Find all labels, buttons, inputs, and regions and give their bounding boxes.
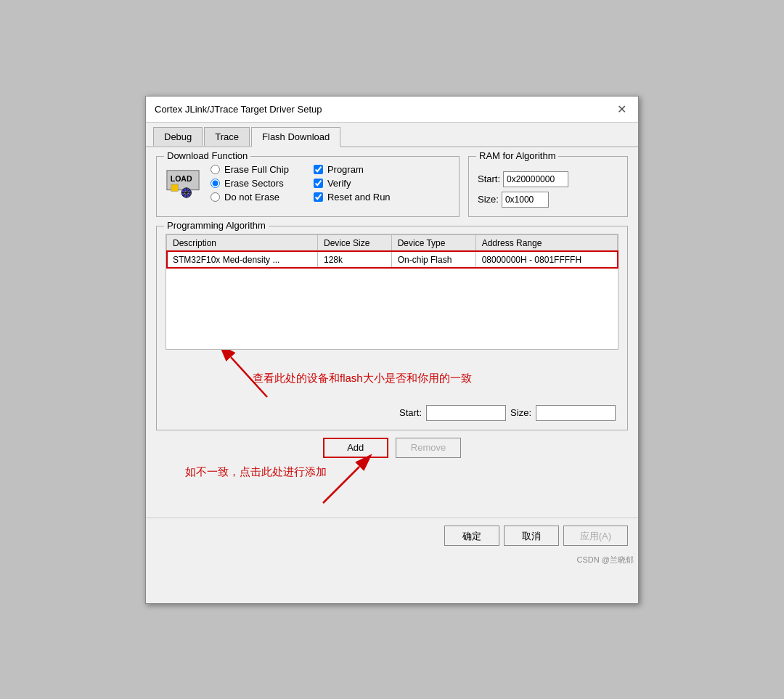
annotation-text-1: 查看此处的设备和flash大小是否和你用的一致 — [253, 372, 472, 385]
start-label: Start: — [478, 173, 500, 184]
algo-bottom: Start: Size: — [166, 405, 618, 421]
erase-full-chip-radio[interactable] — [211, 165, 220, 174]
algo-table-header: Description Device Size Device Type Addr… — [167, 234, 618, 251]
apply-button[interactable]: 应用(A) — [563, 526, 628, 546]
program-checkbox-label[interactable]: Program — [314, 164, 391, 175]
program-checkbox[interactable] — [314, 165, 323, 174]
annotation-1-area: 查看此处的设备和flash大小是否和你用的一致 — [166, 350, 618, 401]
load-svg-icon: LOAD — [166, 168, 200, 200]
main-content: Download Function LOAD — [146, 147, 638, 518]
cancel-button[interactable]: 取消 — [504, 526, 559, 546]
reset-and-run-checkbox-label[interactable]: Reset and Run — [314, 192, 391, 203]
erase-options: Erase Full Chip Erase Sectors Do not Era… — [211, 164, 289, 203]
svg-line-12 — [323, 467, 359, 503]
annotation-arrow-2 — [301, 445, 388, 510]
cell-description: STM32F10x Med-density ... — [167, 251, 318, 268]
erase-sectors-radio[interactable] — [211, 179, 220, 188]
algo-size-input[interactable] — [536, 405, 616, 421]
size-label: Size: — [478, 194, 499, 205]
action-checkboxes: Program Verify Reset and Run — [314, 164, 391, 203]
tab-flash-download[interactable]: Flash Download — [251, 127, 340, 147]
add-remove-area: Add Remove 如不一致，点击此处进行添加 — [156, 438, 628, 509]
download-function-group: Download Function LOAD — [156, 156, 460, 217]
download-function-inner: LOAD — [166, 164, 450, 203]
programming-algorithm-group: Programming Algorithm Description Device… — [156, 226, 628, 430]
annotation-2-area: 如不一致，点击此处进行添加 — [156, 465, 628, 509]
cell-device-type: On-chip Flash — [391, 251, 475, 268]
ram-fields: Start: Size: — [478, 171, 618, 208]
erase-sectors-option[interactable]: Erase Sectors — [211, 178, 289, 189]
start-input[interactable] — [503, 171, 568, 187]
tab-trace[interactable]: Trace — [204, 127, 250, 146]
col-description: Description — [167, 234, 318, 251]
tab-bar: Debug Trace Flash Download — [146, 123, 638, 147]
col-device-type: Device Type — [391, 234, 475, 251]
svg-rect-2 — [171, 184, 179, 192]
title-bar: Cortex JLink/JTrace Target Driver Setup … — [146, 97, 638, 123]
close-button[interactable]: ✕ — [614, 102, 629, 116]
algo-size-label: Size: — [510, 407, 531, 418]
algo-table: Description Device Size Device Type Addr… — [166, 234, 618, 269]
col-address-range: Address Range — [475, 234, 617, 251]
table-row[interactable]: STM32F10x Med-density ... 128k On-chip F… — [167, 251, 618, 268]
start-field-group: Start: — [478, 171, 568, 187]
size-input[interactable] — [502, 192, 549, 208]
algo-start-label: Start: — [399, 407, 422, 418]
window-title: Cortex JLink/JTrace Target Driver Setup — [155, 104, 322, 115]
verify-checkbox-label[interactable]: Verify — [314, 178, 391, 189]
algo-list-area: Description Device Size Device Type Addr… — [166, 234, 618, 350]
prog-algo-label: Programming Algorithm — [164, 220, 269, 231]
erase-full-chip-option[interactable]: Erase Full Chip — [211, 164, 289, 175]
bottom-row: 确定 取消 应用(A) — [146, 518, 638, 553]
main-window: Cortex JLink/JTrace Target Driver Setup … — [145, 96, 639, 604]
cell-address-range: 08000000H - 0801FFFFH — [475, 251, 617, 268]
load-icon: LOAD — [166, 167, 200, 202]
cell-device-size: 128k — [317, 251, 391, 268]
do-not-erase-option[interactable]: Do not Erase — [211, 192, 289, 203]
button-row: Add Remove — [156, 438, 628, 458]
watermark: CSDN @兰晓郁 — [146, 553, 638, 567]
ram-algorithm-group: RAM for Algorithm Start: Size: — [468, 156, 628, 217]
do-not-erase-radio[interactable] — [211, 192, 220, 202]
ok-button[interactable]: 确定 — [444, 526, 499, 546]
ram-algorithm-label: RAM for Algorithm — [476, 150, 558, 161]
tab-debug[interactable]: Debug — [153, 127, 203, 146]
algo-start-input[interactable] — [426, 405, 506, 421]
verify-checkbox[interactable] — [314, 179, 323, 188]
top-panels: Download Function LOAD — [156, 156, 628, 226]
reset-and-run-checkbox[interactable] — [314, 192, 323, 202]
download-function-label: Download Function — [164, 150, 250, 161]
remove-button[interactable]: Remove — [396, 438, 461, 458]
col-device-size: Device Size — [317, 234, 391, 251]
size-field-group: Size: — [478, 192, 549, 208]
svg-text:LOAD: LOAD — [171, 174, 192, 183]
